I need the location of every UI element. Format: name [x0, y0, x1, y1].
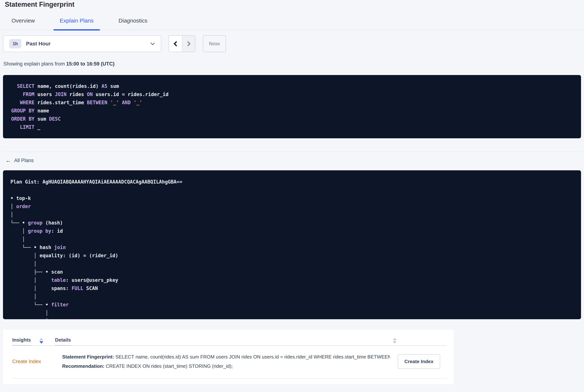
showing-range: 15:00 to 16:59 (UTC) [66, 61, 115, 67]
sql-statement-panel: SELECT name, count(rides.id) AS sum FROM… [3, 75, 581, 138]
insight-details-cell: Statement Fingerprint: SELECT name, coun… [62, 352, 390, 371]
time-nav-group [169, 35, 195, 52]
time-range-badge: 1h [9, 39, 21, 48]
time-range-dropdown[interactable]: 1h Past Hour [3, 35, 161, 52]
sort-carets-icon[interactable] [39, 338, 43, 344]
statement-fingerprint-page: Statement Fingerprint Overview Explain P… [0, 0, 584, 392]
plan-gist-label: Plan Gist: [10, 179, 42, 185]
chevron-left-icon [174, 41, 179, 46]
insights-table-card: Insights Details Create Index Statement … [3, 330, 454, 384]
next-time-button[interactable] [182, 36, 195, 52]
statement-fingerprint-text: SELECT name, count(rides.id) AS sum FROM… [114, 354, 390, 360]
statement-fingerprint-label: Statement Fingerprint: [62, 354, 114, 360]
caret-down-icon [39, 341, 43, 344]
recommendation-line: Recommendation: CREATE INDEX ON rides (s… [62, 362, 390, 371]
tab-bar: Overview Explain Plans Diagnostics [0, 14, 584, 30]
caret-up-icon [39, 338, 43, 340]
section-divider [3, 152, 581, 152]
arrow-left-icon: ← [5, 157, 11, 164]
column-header-details[interactable]: Details [55, 337, 71, 346]
now-button[interactable]: Now [203, 35, 226, 52]
showing-explain-plans-text: Showing explain plans from 15:00 to 16:5… [3, 61, 581, 67]
tab-overview[interactable]: Overview [9, 18, 37, 30]
sql-statement-code: SELECT name, count(rides.id) AS sum FROM… [11, 82, 573, 131]
create-index-button[interactable]: Create Index [398, 354, 440, 369]
plan-gist-panel: Plan Gist: AgHUAQIABQAAAAHYAQIAiAEAAAADC… [3, 170, 581, 319]
all-plans-label: All Plans [14, 158, 34, 164]
chevron-down-icon [150, 41, 155, 45]
sort-carets-icon[interactable] [393, 338, 397, 344]
time-picker-row: 1h Past Hour Now [3, 35, 581, 52]
tab-explain-plans[interactable]: Explain Plans [57, 18, 96, 30]
time-range-label: Past Hour [26, 41, 151, 47]
plan-tree: • top-k│ order│└── • group (hash) │ grou… [10, 194, 574, 319]
plan-gist-value: AgHUAQIABQAAAAHYAQIAiAEAAAADCQACAgAABQIL… [42, 179, 182, 185]
table-row: Create Index Statement Fingerprint: SELE… [12, 346, 447, 378]
recommendation-text: CREATE INDEX ON rides (start_time) STORI… [104, 363, 233, 369]
insight-type-link[interactable]: Create Index [12, 359, 56, 364]
previous-time-button[interactable] [169, 36, 182, 52]
page-title: Statement Fingerprint [5, 0, 584, 8]
recommendation-label: Recommendation: [62, 363, 104, 369]
showing-prefix: Showing explain plans from [3, 61, 66, 67]
chevron-right-icon [185, 41, 191, 46]
caret-up-icon [393, 338, 397, 340]
all-plans-back-link[interactable]: ← All Plans [5, 157, 34, 164]
insights-table-header: Insights Details [12, 337, 447, 346]
tab-diagnostics[interactable]: Diagnostics [116, 18, 150, 30]
caret-down-icon [393, 341, 397, 344]
statement-fingerprint-line: Statement Fingerprint: SELECT name, coun… [62, 352, 390, 362]
column-header-insights[interactable]: Insights [12, 337, 31, 346]
plan-gist-line: Plan Gist: AgHUAQIABQAAAAHYAQIAiAEAAAADC… [10, 178, 574, 186]
spacer [10, 186, 574, 194]
